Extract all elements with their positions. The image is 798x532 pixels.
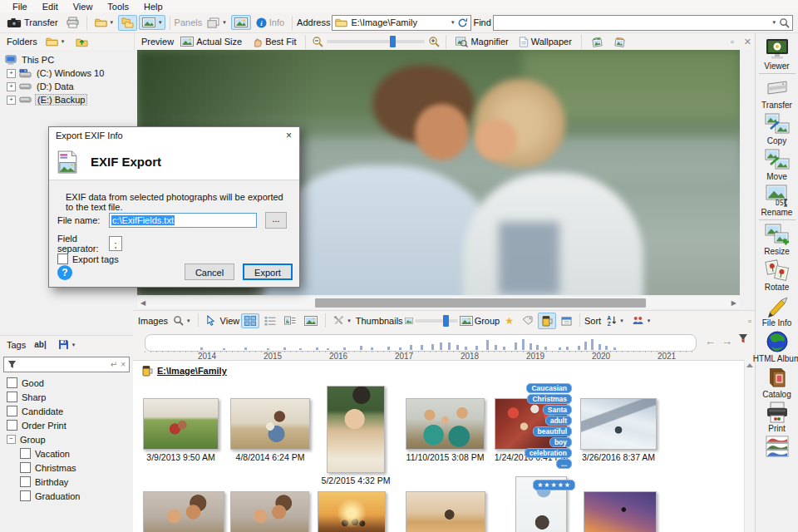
timeline-next-icon[interactable]: → [722, 335, 732, 347]
tag-item-order-print[interactable]: Order Print [0, 418, 133, 432]
sidebar-item-copy[interactable]: Copy [756, 112, 798, 145]
timeline-track[interactable] [145, 334, 697, 352]
tag-checkbox[interactable] [7, 406, 17, 416]
group-by-rating-button[interactable]: ★ [501, 313, 517, 329]
expand-icon[interactable]: + [7, 69, 16, 78]
slider-thumb[interactable] [443, 315, 449, 327]
preview-hscrollbar[interactable]: ◀ ▶ [137, 297, 740, 308]
export-tags-checkbox[interactable] [57, 254, 68, 264]
folder-link[interactable]: E:\Image\Family [157, 366, 227, 376]
magnifier-button[interactable]: Magnifier [452, 34, 511, 50]
sidebar-item-resize[interactable]: Resize [756, 223, 798, 256]
thumbnail[interactable] [143, 491, 224, 532]
folder-tree-item[interactable]: This PC [0, 53, 133, 66]
tag-item-vacation[interactable]: Vacation [0, 446, 133, 461]
tag-item-birthday[interactable]: Birthday [0, 475, 133, 489]
tag-checkbox[interactable] [7, 377, 17, 388]
help-button[interactable]: ? [57, 265, 72, 280]
folder-up-button[interactable] [72, 34, 91, 50]
menu-item-view[interactable]: View [66, 1, 101, 12]
sidebar-item-rotate[interactable]: Rotate [756, 259, 798, 292]
thumbnail-photo-kissgirl[interactable] [230, 491, 309, 532]
browser-layout-toggle[interactable]: ▾ [139, 15, 165, 30]
slider-thumb[interactable] [390, 36, 396, 47]
images-search-button[interactable]: ▾ [170, 313, 194, 328]
preview-zoom-slider[interactable] [327, 40, 425, 43]
actual-size-button[interactable]: Actual Size [177, 34, 245, 49]
clear-filter-icon[interactable]: × [121, 360, 126, 369]
thumbnail-photo-beach[interactable] [230, 398, 310, 450]
menu-item-help[interactable]: Help [136, 1, 170, 12]
wallpaper-button[interactable]: Wallpaper [515, 34, 575, 50]
tag-checkbox[interactable] [20, 476, 31, 487]
scroll-right-icon[interactable]: ▶ [728, 299, 740, 307]
sidebar-item-transfer[interactable]: Transfer [756, 76, 798, 110]
folder-tree-item[interactable]: +(E:) Backup [0, 93, 133, 106]
thumbnails-scrollbar[interactable] [744, 360, 755, 532]
thumbnail-photo-field[interactable] [143, 398, 219, 450]
print-button[interactable] [63, 14, 82, 31]
panels-button[interactable]: ▾ [204, 15, 229, 31]
expand-icon[interactable]: + [7, 96, 16, 105]
group-by-tags-button[interactable] [519, 313, 536, 328]
open-folder-button[interactable]: ▾ [91, 15, 117, 30]
image-panel-toggle[interactable] [231, 15, 251, 30]
group-by-folder-button[interactable] [538, 313, 556, 329]
tag-filter-box[interactable]: ↵ × [3, 357, 130, 372]
tag-checkbox[interactable] [7, 420, 17, 431]
group-by-date-button[interactable] [558, 313, 575, 328]
tag-checkbox[interactable] [20, 490, 31, 501]
folder-tree-toggle[interactable] [118, 15, 137, 31]
menu-item-file[interactable]: File [5, 1, 35, 12]
thumbnail[interactable]: 4/8/2014 6:24 PM [230, 398, 310, 450]
large-thumbnail-icon[interactable] [460, 316, 473, 326]
tag-checkbox[interactable] [20, 448, 31, 459]
timeline-filter-icon[interactable] [738, 333, 748, 344]
scroll-up-icon[interactable] [746, 363, 753, 367]
expand-icon[interactable]: + [7, 82, 16, 91]
sort-az-button[interactable]: AZ▾ [603, 313, 627, 328]
zoom-out-icon[interactable] [312, 36, 323, 47]
collapse-icon[interactable]: − [7, 435, 16, 444]
thumbnail-photo-sunsetfam[interactable] [318, 491, 386, 532]
tag-item-group[interactable]: −Group [0, 432, 133, 446]
sidebar-item-print[interactable]: Print [756, 401, 798, 433]
dialog-title-bar[interactable]: Export EXIF Info × [49, 127, 299, 144]
thumbnail[interactable] [406, 491, 485, 532]
thumbnail[interactable]: 3/9/2013 9:50 AM [143, 398, 219, 450]
thumbnail-photo-kissgirl[interactable] [143, 491, 224, 532]
save-tags-button[interactable]: ▾ [55, 337, 79, 352]
browse-button[interactable]: ... [265, 212, 287, 229]
export-button[interactable]: Export [243, 264, 293, 280]
rename-tag-button[interactable]: ab| [31, 337, 49, 352]
sidebar-item-move[interactable]: Move [756, 148, 798, 181]
tag-item-candidate[interactable]: Candidate [0, 404, 133, 418]
field-separator-input[interactable]: ; [109, 236, 122, 251]
folder-tree-item[interactable]: +(C:) Windows 10 [0, 66, 133, 80]
tools-button[interactable]: ▾ [330, 313, 354, 328]
thumbnail-size-slider[interactable] [415, 319, 458, 323]
sidebar-item-rename[interactable]: DSCRename [756, 184, 798, 217]
timeline-prev-icon[interactable]: ← [705, 335, 716, 347]
tag-filter-input[interactable] [20, 359, 107, 371]
view-details-button[interactable] [281, 313, 299, 328]
scroll-track[interactable] [149, 298, 728, 308]
find-field[interactable]: ▾ [493, 15, 793, 31]
sidebar-item-catalog[interactable]: Catalog [756, 366, 798, 399]
menu-item-edit[interactable]: Edit [35, 1, 66, 12]
thumbnail-photo-jump[interactable] [584, 491, 657, 532]
sidebar-item-file-info[interactable]: File Info [756, 294, 798, 328]
view-thumbnails-button[interactable] [241, 313, 259, 328]
thumbnail[interactable]: 3/26/2016 8:37 AM [580, 398, 657, 450]
scroll-thumb[interactable] [315, 298, 646, 308]
tag-item-christmas[interactable]: Christmas [0, 461, 133, 475]
apply-filter-icon[interactable]: ↵ [111, 360, 117, 369]
best-fit-button[interactable]: Best Fit [249, 34, 299, 50]
dialog-close-icon[interactable]: × [278, 130, 299, 141]
tag-item-sharp[interactable]: Sharp [0, 390, 133, 404]
thumbnail[interactable] [584, 491, 657, 532]
info-button[interactable]: i Info [253, 15, 288, 31]
file-name-input[interactable]: c:\ExifFields.txt [109, 213, 257, 228]
tag-checkbox[interactable] [20, 462, 31, 473]
tag-checkbox[interactable] [7, 392, 17, 402]
